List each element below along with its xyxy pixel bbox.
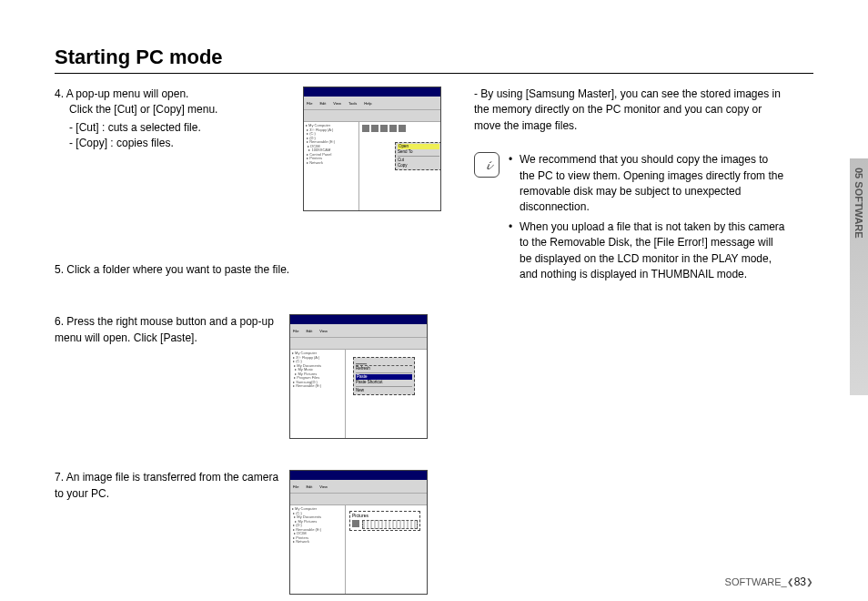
menu-file-2: File	[293, 329, 298, 333]
step-4-cut: - [Cut] : cuts a selected file.	[55, 120, 296, 136]
info-note: 𝓲 We recommend that you should copy the …	[474, 152, 786, 286]
right-column: - By using [Samsung Master], you can see…	[474, 87, 813, 601]
menu-edit-3: Edit	[306, 484, 312, 489]
page-title: Starting PC mode	[55, 46, 813, 74]
menu-view: View	[333, 101, 341, 106]
step-6-text: Press the right mouse button and a pop-u…	[55, 315, 274, 343]
step-7: 7. An image file is transferred from the…	[55, 470, 441, 595]
section-tab-label: 05 SOFTWARE	[853, 168, 864, 239]
ctx-paste-shortcut: Paste Shortcut	[356, 380, 412, 385]
info-icon: 𝓲	[474, 152, 500, 178]
bullet-2: When you upload a file that is not taken…	[509, 219, 786, 283]
ctx-send: Send To	[398, 149, 439, 155]
figure-step7: File Edit View ▸ My Computer ▸ (C:) ▸ My…	[289, 470, 428, 595]
figure-step6: File Edit View ▸ My Computer ▸ 3½ Floppy…	[289, 314, 428, 439]
step-7-num: 7.	[55, 471, 64, 484]
samsung-master-note: - By using [Samsung Master], you can see…	[474, 87, 786, 134]
ctx-refresh: Refresh	[356, 366, 412, 372]
menu-file: File	[307, 101, 312, 106]
step-5-num: 5.	[55, 263, 64, 276]
section-tab: 05 SOFTWARE	[850, 158, 868, 395]
step-4-line1: A pop-up menu will open.	[66, 87, 189, 100]
step-4-line2: Click the [Cut] or [Copy] menu.	[55, 102, 296, 117]
page-footer: SOFTWARE_❮83❯	[725, 576, 813, 588]
step-4-num: 4.	[55, 87, 64, 100]
figure-step4: File Edit View Tools Help ▸ My Computer …	[303, 87, 441, 211]
step-5-text: Click a folder where you want to paste t…	[66, 263, 289, 276]
menu-view-3: View	[319, 484, 328, 489]
menu-view-2: View	[319, 329, 328, 333]
menu-tools: Tools	[348, 101, 357, 106]
step-4: 4. A pop-up menu will open. Click the [C…	[55, 87, 441, 211]
menu-edit-2: Edit	[306, 329, 312, 333]
menu-edit: Edit	[319, 101, 326, 106]
bullet-1: We recommend that you should copy the im…	[509, 152, 786, 216]
step-4-copy: - [Copy] : copies files.	[55, 136, 296, 151]
ctx-new: New	[356, 388, 412, 393]
footer-label: SOFTWARE_	[725, 576, 787, 587]
step-6-num: 6.	[55, 315, 64, 328]
left-column: 4. A pop-up menu will open. Click the [C…	[55, 87, 441, 601]
menu-file-3: File	[293, 484, 298, 489]
step-7-text: An image file is transferred from the ca…	[55, 471, 278, 499]
step-6: 6. Press the right mouse button and a po…	[55, 314, 441, 439]
page-number: 83	[794, 576, 806, 588]
fig7-label: Pictures	[352, 513, 418, 518]
menu-help: Help	[364, 101, 371, 106]
ctx-copy: Copy	[398, 163, 439, 168]
step-5: 5. Click a folder where you want to past…	[55, 262, 441, 278]
